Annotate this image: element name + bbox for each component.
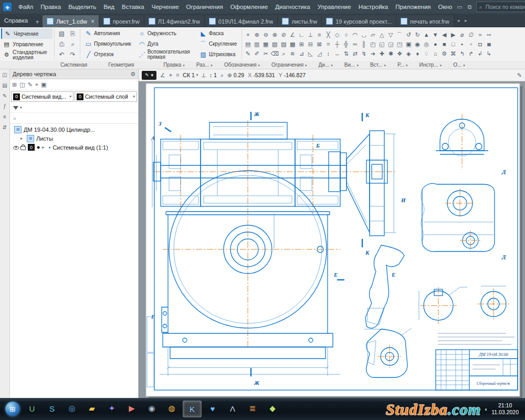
toolbar-grid-icon[interactable]: □ <box>449 40 457 48</box>
toolbar-grid-icon[interactable]: ■ <box>440 40 448 48</box>
document-tab[interactable]: листы.frw <box>278 15 322 27</box>
toolbar-grid-icon[interactable]: ↕ <box>324 49 332 58</box>
toolbar-group-label[interactable]: Инстр...▾ <box>414 62 448 68</box>
toolbar-group-label[interactable]: Системная <box>55 62 93 68</box>
toolbar-grid-icon[interactable]: ♦ <box>413 49 422 58</box>
toolbar-grid-icon[interactable]: ▽ <box>386 30 395 39</box>
toolbar-grid-icon[interactable]: ❖ <box>395 49 404 58</box>
toolbar-grid-icon[interactable]: ↱ <box>467 49 475 58</box>
toolbar-grid-icon[interactable]: ↰ <box>458 49 466 58</box>
document-tab[interactable]: 019\Л1.4финал 2.frw <box>205 15 278 27</box>
toolbar-grid-icon[interactable]: ◠ <box>351 30 359 39</box>
toolbar-grid-icon[interactable]: ▣ <box>404 40 413 48</box>
toolbar-grid-icon[interactable]: ▨ <box>279 40 288 48</box>
menu-item[interactable]: Файл <box>15 2 37 12</box>
toolbar-grid-icon[interactable]: ≡ <box>315 30 323 39</box>
tool-autoline[interactable]: ✎Автолиния <box>82 28 134 39</box>
undo-icon[interactable]: ↶ <box>56 49 67 60</box>
scale-field[interactable]: ↕1 <box>209 72 217 78</box>
panel-drafting[interactable]: ✎ Черчение <box>1 28 52 39</box>
toolbar-group-label[interactable]: Раз...▾ <box>191 62 218 68</box>
toolbar-grid-icon[interactable]: ↯ <box>360 49 368 58</box>
toolbar-grid-icon[interactable]: ⇅ <box>342 49 350 58</box>
menu-item[interactable]: Настройка <box>355 2 392 12</box>
menu-item[interactable]: Выделить <box>65 2 100 12</box>
toolbar-grid-icon[interactable]: ✂ <box>261 49 270 58</box>
toolbar-grid-icon[interactable]: ◺ <box>306 49 314 58</box>
toolbar-grid-icon[interactable]: ╬ <box>342 40 350 48</box>
toolbar-grid-icon[interactable]: ∠ <box>288 30 297 39</box>
tree-search-input[interactable] <box>19 114 135 122</box>
visibility-eye-icon[interactable] <box>13 145 18 150</box>
toolbar-grid-icon[interactable]: ▲ <box>422 30 430 39</box>
toolbar-grid-icon[interactable]: ⌫ <box>270 49 279 58</box>
zoom-select-icon[interactable]: ⌕ <box>220 72 224 79</box>
toolbar-grid-icon[interactable]: ✐ <box>253 49 261 58</box>
tree-filter[interactable]: ▾ <box>10 103 138 113</box>
toolbar-grid-icon[interactable]: ● <box>431 40 439 48</box>
variables-panel-icon[interactable]: ƒ <box>3 103 6 109</box>
toolbar-grid-icon[interactable]: ≈ <box>476 30 484 39</box>
tree-item-document[interactable]: ⊞ ДМ 19-04.30.00 Цилиндр... <box>10 125 138 134</box>
tree-edit-icon[interactable]: ✎ <box>28 81 33 88</box>
toolbar-grid-icon[interactable]: ◎ <box>422 40 430 48</box>
taskbar-app-browser[interactable]: ◎ <box>63 401 81 416</box>
menu-item[interactable]: Правка <box>37 2 65 12</box>
toolbar-grid-icon[interactable]: ⊟ <box>306 40 314 48</box>
toolbar-grid-icon[interactable]: ∾ <box>485 30 493 39</box>
taskbar-app-chrome[interactable]: ◍ <box>163 401 181 416</box>
menu-item[interactable]: Вид <box>100 2 118 12</box>
toolbar-grid-icon[interactable]: ⌕ <box>279 49 288 58</box>
toolbar-grid-icon[interactable]: ⊗ <box>270 30 279 39</box>
toolbar-grid-icon[interactable]: ○ <box>342 30 350 39</box>
toolbar-grid-icon[interactable]: ≋ <box>288 49 297 58</box>
document-tab[interactable]: проект.frw <box>99 15 144 27</box>
taskbar-app-media[interactable]: ▶ <box>123 401 141 416</box>
tool-auxiliary-line[interactable]: ⋰Вспомогательная прямая <box>135 49 196 60</box>
tree-settings-gear-icon[interactable]: ⚙ <box>130 71 135 78</box>
document-properties-button[interactable]: ✎▾ <box>142 71 156 80</box>
toolbar-grid-icon[interactable]: ↺ <box>404 30 413 39</box>
tool-hatch[interactable]: ▨Штриховка <box>197 49 240 60</box>
start-button[interactable]: ⊞ <box>5 402 20 416</box>
taskbar-app-utorrent[interactable]: U <box>23 401 41 416</box>
tab-scroll-right-icon[interactable]: ▸ <box>463 16 469 25</box>
drawing-area[interactable]: ДМ 19-04.30.00 Сборочный чертеж Ж Ж К <box>139 81 525 398</box>
toolbar-grid-icon[interactable]: ⌖ <box>244 30 252 39</box>
panel-standard-parts[interactable]: ⚙ Стандартные изделия <box>1 49 52 60</box>
menu-item[interactable]: Окно <box>435 2 456 12</box>
properties-panel-icon[interactable]: ▤ <box>2 82 7 88</box>
toolbar-grid-icon[interactable]: ⊠ <box>315 40 323 48</box>
command-search[interactable]: ⌕ <box>476 2 525 12</box>
snap-icon[interactable]: ⌖ <box>169 72 172 79</box>
toolbar-grid-icon[interactable]: ◰ <box>369 40 377 48</box>
toolbar-grid-icon[interactable]: ♢ <box>422 49 430 58</box>
document-tab[interactable]: Лист_1.cdw × <box>43 15 99 27</box>
toolbar-grid-icon[interactable]: ◈ <box>404 49 413 58</box>
taskbar-app-kompas[interactable]: K <box>183 401 202 417</box>
angle-snap-icon[interactable]: ∠ <box>160 72 165 79</box>
toolbar-grid-icon[interactable]: ⊕ <box>253 30 261 39</box>
document-tab[interactable]: Л1.4финал2.frw <box>144 15 205 27</box>
toolbar-group-label[interactable]: Ограничения▾ <box>266 62 312 68</box>
tree-item-system-view[interactable]: 0 ◆ ▸ ● Системный вид (1:1) <box>10 143 138 152</box>
tool-rectangle[interactable]: ▭Прямоугольник <box>82 39 134 49</box>
tool-fillet[interactable]: ⌒Скругление <box>197 39 240 49</box>
tool-circle[interactable]: ○Окружность <box>135 28 196 39</box>
toolbar-grid-icon[interactable]: ▫ <box>467 40 475 48</box>
toolbar-grid-icon[interactable]: ▱ <box>369 30 377 39</box>
measure-panel-icon[interactable]: ⇵ <box>3 124 7 130</box>
current-layer-select[interactable]: 0 Системный слой ▾ <box>75 91 137 102</box>
taskbar-app-discord[interactable]: ✦ <box>103 401 121 416</box>
tool-arc[interactable]: ◠Дуга <box>135 39 196 49</box>
toolbar-grid-icon[interactable]: ▦ <box>261 40 270 48</box>
toolbar-grid-icon[interactable]: ◿ <box>315 49 323 58</box>
current-view-select[interactable]: 0 Системный вид... ▾ <box>11 91 74 102</box>
toolbar-grid-icon[interactable]: ═ <box>351 40 359 48</box>
toolbar-grid-icon[interactable]: ▼ <box>431 30 439 39</box>
toolbar-grid-icon[interactable]: ▤ <box>244 40 252 48</box>
toolbar-grid-icon[interactable]: ▪ <box>458 40 466 48</box>
toolbar-grid-icon[interactable]: ◉ <box>413 40 422 48</box>
menu-item[interactable]: Черчение <box>148 2 183 12</box>
drawing-canvas[interactable]: ДМ 19-04.30.00 Сборочный чертеж Ж Ж К <box>139 81 525 398</box>
